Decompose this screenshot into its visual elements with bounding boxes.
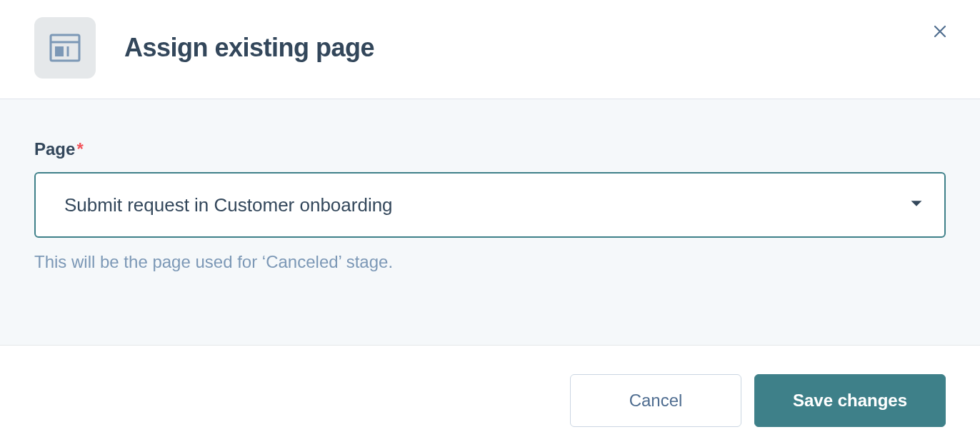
page-select-value: Submit request in Customer onboarding <box>64 194 393 216</box>
close-icon <box>931 23 949 40</box>
modal-title: Assign existing page <box>124 33 374 63</box>
required-asterisk: * <box>76 139 83 159</box>
page-label-text: Page <box>34 139 75 159</box>
page-field-group: Page* Submit request in Customer onboard… <box>34 139 946 272</box>
close-button[interactable] <box>929 20 951 43</box>
page-layout-icon <box>34 17 96 79</box>
assign-page-modal: Assign existing page Page* Submit reques… <box>0 0 980 447</box>
page-help-text: This will be the page used for ‘Canceled… <box>34 252 946 272</box>
page-field-label: Page* <box>34 139 84 159</box>
modal-footer: Cancel Save changes <box>0 346 980 447</box>
page-select-wrapper: Submit request in Customer onboarding <box>34 172 946 238</box>
save-changes-button[interactable]: Save changes <box>754 374 946 427</box>
modal-header: Assign existing page <box>0 0 980 99</box>
page-select[interactable]: Submit request in Customer onboarding <box>34 172 946 238</box>
svg-rect-2 <box>55 46 64 56</box>
modal-body: Page* Submit request in Customer onboard… <box>0 99 980 346</box>
cancel-button[interactable]: Cancel <box>570 374 741 427</box>
